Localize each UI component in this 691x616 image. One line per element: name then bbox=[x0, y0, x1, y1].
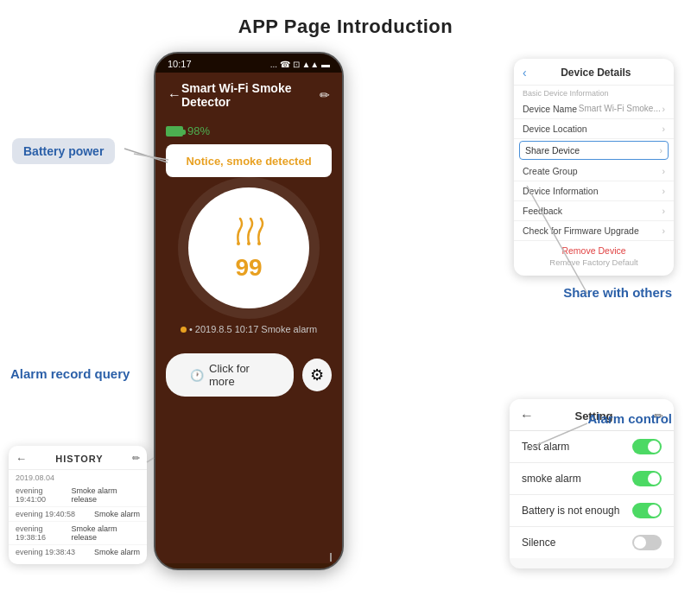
panel-row-feedback[interactable]: Feedback › bbox=[514, 201, 674, 221]
phone-header-title: Smart Wi-Fi Smoke Detector bbox=[181, 81, 320, 109]
smoke-alarm-toggle[interactable] bbox=[632, 471, 662, 486]
history-title: HISTORY bbox=[27, 454, 132, 464]
click-more-button[interactable]: 🕐 Click for more bbox=[166, 353, 294, 397]
alarm-dot bbox=[181, 327, 187, 333]
silence-toggle[interactable] bbox=[632, 535, 662, 550]
history-date: 2019.08.04 bbox=[9, 470, 147, 484]
panel-row-share-device[interactable]: Share Device › bbox=[519, 141, 669, 160]
click-more-label: Click for more bbox=[209, 362, 269, 388]
battery-toggle[interactable] bbox=[632, 503, 662, 518]
history-row-2: evening 19:40:58 Smoke alarm bbox=[9, 507, 147, 522]
notice-box: Notice, smoke detected bbox=[166, 144, 332, 177]
battery-row: 98% bbox=[166, 124, 210, 137]
smoke-number: 99 bbox=[235, 254, 262, 282]
panel-title: Device Details bbox=[527, 67, 665, 79]
history-back-icon[interactable]: ← bbox=[16, 452, 27, 465]
smoke-circle: 99 bbox=[188, 187, 309, 308]
svg-point-2 bbox=[257, 242, 261, 245]
device-details-panel: ‹ Device Details Basic Device Informatio… bbox=[514, 59, 674, 276]
svg-point-1 bbox=[247, 242, 250, 245]
svg-line-7 bbox=[147, 458, 154, 462]
test-alarm-label: Test alarm bbox=[522, 441, 569, 453]
status-time: 10:17 bbox=[168, 59, 192, 69]
battery-icon bbox=[166, 126, 183, 137]
smoke-icon bbox=[228, 215, 269, 251]
setting-row-battery: Battery is not enough bbox=[510, 495, 674, 527]
share-with-others-label: Share with others bbox=[563, 285, 672, 300]
panel-row-create-group[interactable]: Create Group › bbox=[514, 162, 674, 181]
edit-icon[interactable]: ✏ bbox=[320, 88, 330, 102]
remove-device-button[interactable]: Remove Device bbox=[514, 241, 674, 257]
panel-header: ‹ Device Details bbox=[514, 59, 674, 86]
svg-point-0 bbox=[237, 242, 240, 245]
history-panel: ← HISTORY ✏ 2019.08.04 evening 19:41:00 … bbox=[9, 446, 147, 564]
smoke-alarm-label: smoke alarm bbox=[522, 473, 581, 485]
status-bar: 10:17 ... ☎ ⊡ ▲▲ ▬ bbox=[155, 54, 342, 73]
phone-mockup: 10:17 ... ☎ ⊡ ▲▲ ▬ ← Smart Wi-Fi Smoke D… bbox=[154, 52, 344, 570]
panel-row-firmware[interactable]: Check for Firmware Upgrade › bbox=[514, 221, 674, 241]
back-arrow-icon[interactable]: ← bbox=[168, 87, 181, 103]
battery-power-label: Battery power bbox=[12, 138, 115, 164]
phone-header: ← Smart Wi-Fi Smoke Detector ✏ bbox=[155, 73, 342, 117]
alarm-info-text: • 2019.8.5 10:17 Smoke alarm bbox=[189, 324, 317, 334]
panel-row-device-location: Device Location › bbox=[514, 119, 674, 139]
battery-label-setting: Battery is not enough bbox=[522, 505, 619, 517]
test-alarm-toggle[interactable] bbox=[632, 439, 662, 454]
page-title: APP Page Introduction bbox=[0, 0, 691, 47]
status-icons: ... ☎ ⊡ ▲▲ ▬ bbox=[270, 60, 330, 69]
phone-body: 98% Notice, smoke detected 99 • bbox=[155, 117, 342, 563]
silence-label: Silence bbox=[522, 537, 555, 549]
alarm-control-label: Alarm control bbox=[587, 411, 672, 426]
notice-text: Notice, smoke detected bbox=[186, 155, 311, 168]
bottom-bar: 🕐 Click for more ⚙ bbox=[166, 353, 332, 403]
remove-factory-button[interactable]: Remove Factory Default bbox=[514, 257, 674, 267]
setting-row-silence: Silence bbox=[510, 527, 674, 558]
panel-row-device-name: Device Name Smart Wi-Fi Smoke... › bbox=[514, 99, 674, 119]
setting-row-test-alarm: Test alarm bbox=[510, 431, 674, 463]
clock-icon: 🕐 bbox=[190, 369, 204, 382]
setting-row-smoke-alarm: smoke alarm bbox=[510, 463, 674, 495]
basic-info-label: Basic Device Information bbox=[514, 86, 674, 99]
history-edit-icon[interactable]: ✏ bbox=[132, 453, 140, 464]
alarm-info: • 2019.8.5 10:17 Smoke alarm bbox=[181, 324, 317, 334]
history-row-4: evening 19:38:43 Smoke alarm bbox=[9, 545, 147, 559]
history-header: ← HISTORY ✏ bbox=[9, 446, 147, 470]
history-row-3: evening 19:38:16 Smoke alarm release bbox=[9, 522, 147, 545]
battery-percentage: 98% bbox=[187, 124, 210, 137]
settings-button[interactable]: ⚙ bbox=[302, 359, 332, 391]
gear-icon: ⚙ bbox=[310, 365, 324, 384]
setting-back-icon[interactable]: ← bbox=[520, 408, 534, 423]
panel-row-device-information[interactable]: Device Information › bbox=[514, 181, 674, 201]
history-row-1: evening 19:41:00 Smoke alarm release bbox=[9, 484, 147, 507]
alarm-record-query-label: Alarm record query bbox=[10, 366, 130, 381]
